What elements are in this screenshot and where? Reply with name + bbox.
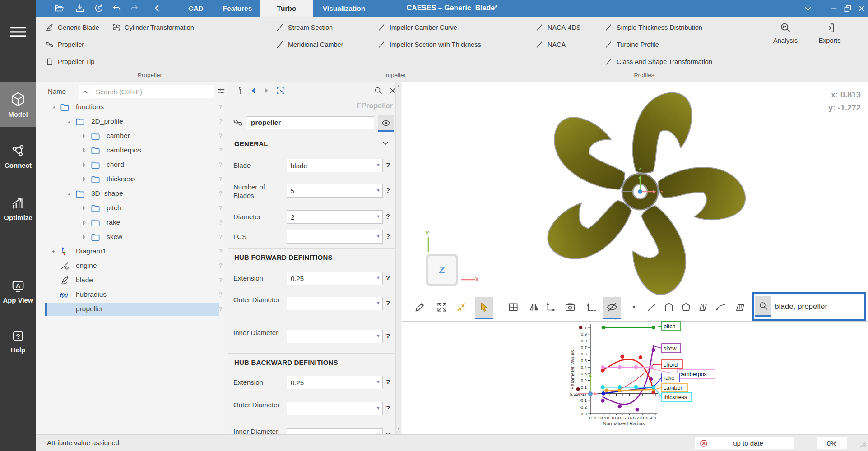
dropdown-arrow-icon[interactable]: ▼: [375, 334, 381, 338]
tree-help-button[interactable]: ?: [218, 262, 223, 269]
scroll-down-icon[interactable]: ▼: [396, 427, 401, 431]
field-help-button[interactable]: ?: [386, 232, 390, 240]
tree-row-blade[interactable]: blade?: [36, 273, 228, 288]
dropdown-arrow-icon[interactable]: ▼: [375, 276, 381, 280]
dropdown-arrow-icon[interactable]: ▼: [375, 214, 381, 219]
section-header-2[interactable]: HUB BACKWARD DEFINITIONS: [234, 359, 338, 366]
tree-help-button[interactable]: ?: [218, 276, 223, 284]
sidebar-item-model[interactable]: Model: [0, 82, 36, 127]
toolbar-select-arrow-icon[interactable]: [475, 297, 493, 319]
tree-help-button[interactable]: ?: [218, 175, 223, 183]
tree-help-button[interactable]: ?: [218, 233, 223, 240]
ribbon-button-turbine-profile[interactable]: Turbine Profile: [604, 38, 659, 51]
ribbon-button-simple-thickness-distribution[interactable]: Simple Thickness Distribution: [604, 21, 702, 34]
nav-back-icon[interactable]: [249, 86, 259, 96]
tree-search-input[interactable]: [92, 85, 214, 98]
dropdown-arrow-icon[interactable]: ▼: [375, 406, 381, 410]
tree-help-button[interactable]: ?: [218, 161, 223, 168]
field-input-inner-diameter[interactable]: [287, 330, 383, 343]
ribbon-button-impeller-camber-curve[interactable]: Impeller Camber Curve: [377, 21, 457, 34]
tree-row-propeller[interactable]: propeller?: [36, 302, 228, 317]
tree-row-hubradius[interactable]: f(x)hubradius?: [36, 288, 228, 302]
tree-row-3D_shape[interactable]: 3D_shape?: [36, 187, 228, 201]
tree-help-button[interactable]: ?: [218, 103, 223, 110]
sidebar-item-app-view[interactable]: AApp View: [0, 271, 36, 312]
toolbar-polygon-icon[interactable]: [677, 297, 695, 319]
tree-help-button[interactable]: ?: [218, 117, 223, 125]
field-input-number-of-blades[interactable]: [287, 184, 383, 198]
field-help-button[interactable]: ?: [386, 299, 390, 307]
nav-forward-icon[interactable]: [261, 86, 271, 96]
dropdown-arrow-icon[interactable]: ▼: [375, 188, 381, 193]
tree-help-button[interactable]: ?: [218, 204, 223, 212]
toolbar-plane-icon[interactable]: [694, 297, 712, 319]
toolbar-fit-view-icon[interactable]: [433, 297, 451, 319]
tree-help-button[interactable]: ?: [218, 290, 223, 298]
toolbar-curve-points-icon[interactable]: [711, 297, 729, 319]
tree-row-engine[interactable]: engine?: [36, 259, 228, 273]
field-input-diameter[interactable]: [287, 210, 383, 224]
toolbar-camera-icon[interactable]: [561, 297, 579, 319]
ribbon-button-propeller-tip[interactable]: Propeller Tip: [45, 55, 94, 69]
sidebar-item-help[interactable]: ?Help: [0, 322, 36, 361]
tree-row-thickness[interactable]: thickness?: [36, 172, 228, 187]
field-help-button[interactable]: ?: [386, 404, 390, 412]
scroll-up-icon[interactable]: ▲: [396, 84, 401, 88]
tree-collapse-button[interactable]: [79, 85, 92, 99]
visibility-toggle[interactable]: [378, 115, 394, 132]
tree-row-chord[interactable]: chord?: [36, 158, 228, 172]
chevron-down-icon[interactable]: [381, 139, 390, 147]
viewport-search-input[interactable]: [774, 296, 864, 317]
ribbon-action-exports[interactable]: Exports: [810, 22, 849, 44]
ribbon-button-stream-section[interactable]: Stream Section: [275, 21, 333, 34]
restore-icon[interactable]: [843, 4, 852, 13]
back-chevron-icon[interactable]: [153, 3, 162, 13]
tree-expander-icon[interactable]: [80, 175, 88, 183]
tree-help-button[interactable]: ?: [218, 218, 223, 226]
field-help-button[interactable]: ?: [386, 431, 390, 434]
tab-features[interactable]: Features: [209, 0, 266, 17]
props-scrollbar[interactable]: ▲ ▼: [395, 82, 401, 434]
ribbon-button-class-and-shape-transformation[interactable]: Class And Shape Transformation: [604, 55, 712, 69]
redo-icon[interactable]: [129, 3, 139, 13]
tree-expander-icon[interactable]: [65, 190, 73, 198]
tree-help-button[interactable]: ?: [218, 305, 223, 313]
tree-expander-icon[interactable]: [80, 204, 88, 212]
toolbar-surface-icon[interactable]: [731, 297, 749, 319]
history-icon[interactable]: [94, 3, 104, 13]
section-header-0[interactable]: GENERAL: [234, 140, 268, 147]
ribbon-button-propeller[interactable]: Propeller: [45, 38, 84, 51]
field-input-outer-diameter[interactable]: [287, 297, 383, 310]
toolbar-trace-path-icon[interactable]: [582, 297, 600, 319]
toolbar-point-icon[interactable]: [625, 297, 643, 319]
ribbon-button-meridional-camber[interactable]: Meridional Camber: [275, 38, 343, 51]
field-help-button[interactable]: ?: [386, 161, 390, 169]
magnifier-icon[interactable]: [373, 86, 383, 96]
tree-expander-icon[interactable]: [80, 233, 88, 241]
field-input-lcs[interactable]: [287, 230, 383, 244]
tree-row-functions[interactable]: functions?: [36, 100, 228, 115]
tree-row-rake[interactable]: rake?: [36, 216, 228, 230]
toolbar-viewports-icon[interactable]: [504, 297, 522, 319]
dropdown-arrow-icon[interactable]: ▼: [375, 163, 381, 167]
tree-expander-icon[interactable]: [80, 219, 88, 226]
tree-expander-icon[interactable]: [50, 103, 57, 111]
tab-turbo[interactable]: Turbo: [260, 0, 313, 17]
dropdown-arrow-icon[interactable]: ▼: [375, 234, 381, 239]
field-help-button[interactable]: ?: [386, 378, 390, 386]
ribbon-button-naca-4ds[interactable]: NACA-4DS: [535, 21, 580, 34]
object-name-input[interactable]: [247, 116, 374, 129]
toolbar-line-icon[interactable]: [643, 297, 661, 319]
navigation-cube[interactable]: Z: [426, 254, 458, 286]
tab-visualization[interactable]: Visualization: [307, 0, 381, 17]
tree-row-2D_profile[interactable]: 2D_profile?: [36, 115, 228, 129]
dropdown-arrow-icon[interactable]: ▼: [375, 380, 381, 384]
save-icon[interactable]: [75, 3, 85, 13]
ribbon-button-cylinder-transformation[interactable]: Cylinder Transformation: [112, 21, 194, 34]
field-input-inner-diameter[interactable]: [287, 428, 383, 434]
field-help-button[interactable]: ?: [386, 212, 390, 220]
tree-expander-icon[interactable]: [65, 118, 73, 125]
tree-row-Diagram1[interactable]: Diagram1?: [36, 244, 228, 259]
tree-row-camber[interactable]: camber?: [36, 129, 228, 143]
tree-row-skew[interactable]: skew?: [36, 230, 228, 244]
